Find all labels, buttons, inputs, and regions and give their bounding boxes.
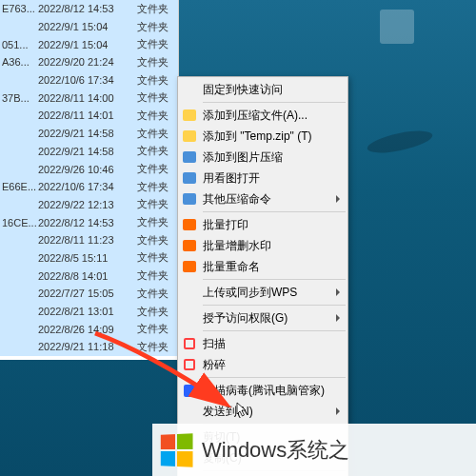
- file-date: 2022/10/6 17:34: [36, 181, 135, 192]
- file-date: 2022/8/26 14:09: [36, 324, 135, 335]
- menu-separator: [203, 279, 346, 280]
- menu-item[interactable]: 批量增删水印: [178, 235, 347, 256]
- file-date: 2022/8/11 14:01: [36, 109, 135, 121]
- file-type: 文件夹: [135, 268, 178, 283]
- file-date: 2022/9/1 15:04: [36, 21, 135, 32]
- file-row[interactable]: 2022/9/21 14:58文件夹: [0, 125, 178, 143]
- file-type: 文件夹: [135, 358, 178, 360]
- menu-item-label: 添加到压缩文件(A)...: [203, 108, 307, 124]
- menu-item[interactable]: 扫描: [178, 333, 347, 354]
- menu-separator: [203, 330, 346, 331]
- file-row[interactable]: 2022/9/26 10:46文件夹: [0, 160, 178, 178]
- desktop-icon[interactable]: [376, 10, 418, 47]
- file-type: 文件夹: [135, 322, 178, 336]
- blue-icon: [180, 191, 199, 207]
- menu-separator: [203, 102, 346, 103]
- menu-item[interactable]: 固定到快速访问: [178, 79, 347, 100]
- red-icon: [180, 357, 199, 372]
- file-name: A36...: [0, 56, 36, 68]
- file-date: 2022/8/11 11:23: [36, 234, 135, 246]
- menu-item-label: 固定到快速访问: [203, 82, 283, 98]
- yellow-icon: [180, 129, 199, 144]
- windows-logo-icon: [161, 433, 193, 466]
- file-type: 文件夹: [135, 287, 178, 301]
- menu-item-label: 批量打印: [203, 217, 248, 233]
- file-row[interactable]: 37B...2022/8/11 14:00文件夹: [0, 89, 178, 107]
- file-date: 2022/9/20 21:24: [36, 56, 135, 68]
- file-row[interactable]: 2022/8/11 11:23文件夹: [0, 231, 178, 249]
- file-date: 2022/8/12 14:53: [36, 3, 135, 14]
- file-row[interactable]: A36...2022/9/20 21:24文件夹: [0, 53, 178, 71]
- file-list-pane: E763...2022/8/12 14:53文件夹2022/9/1 15:04文…: [0, 0, 179, 360]
- menu-item[interactable]: 批量重命名: [178, 256, 347, 277]
- file-date: 2022/8/8 14:01: [36, 270, 135, 282]
- file-row[interactable]: 2022/8/22 11:50文件夹: [0, 356, 178, 360]
- file-row[interactable]: 16CE...2022/8/12 14:53文件夹: [0, 213, 178, 231]
- file-date: 2022/9/21 11:18: [36, 341, 135, 352]
- file-type: 文件夹: [135, 197, 178, 211]
- file-date: 2022/9/26 10:46: [36, 164, 135, 175]
- orange-icon: [180, 217, 199, 232]
- menu-item-label: 扫描病毒(腾讯电脑管家): [203, 383, 325, 399]
- file-date: 2022/8/11 14:00: [36, 92, 135, 104]
- file-type: 文件夹: [135, 144, 178, 158]
- menu-item[interactable]: 批量打印: [178, 214, 347, 235]
- menu-item-label: 添加到图片压缩: [203, 149, 283, 166]
- file-date: 2022/9/22 12:13: [36, 199, 135, 210]
- menu-item[interactable]: 粉碎: [178, 354, 347, 375]
- menu-item-label: 扫描: [203, 336, 226, 352]
- file-type: 文件夹: [135, 250, 178, 265]
- file-row[interactable]: 2022/8/8 14:01文件夹: [0, 267, 178, 285]
- menu-separator: [203, 211, 346, 212]
- menu-item[interactable]: 其他压缩命令: [178, 188, 347, 209]
- file-type: 文件夹: [135, 37, 178, 51]
- file-row[interactable]: 2022/8/21 13:01文件夹: [0, 303, 178, 321]
- file-row[interactable]: 2022/8/26 14:09文件夹: [0, 320, 178, 338]
- file-row[interactable]: 2022/8/5 15:11文件夹: [0, 249, 178, 268]
- menu-item[interactable]: 添加到 "Temp.zip" (T): [178, 126, 347, 147]
- file-type: 文件夹: [135, 340, 178, 354]
- file-type: 文件夹: [135, 127, 178, 141]
- file-row[interactable]: 2022/8/11 14:01文件夹: [0, 107, 178, 125]
- file-date: 2022/7/27 15:05: [36, 288, 135, 299]
- file-type: 文件夹: [135, 162, 178, 176]
- file-type: 文件夹: [135, 215, 178, 229]
- menu-item-label: 粉碎: [203, 357, 226, 373]
- file-type: 文件夹: [135, 233, 178, 248]
- menu-item[interactable]: 授予访问权限(G): [178, 307, 347, 328]
- menu-item-label: 其他压缩命令: [203, 191, 271, 208]
- blue-icon: [180, 170, 199, 186]
- file-row[interactable]: 2022/7/27 15:05文件夹: [0, 285, 178, 303]
- menu-item[interactable]: 用看图打开: [178, 168, 347, 188]
- menu-item[interactable]: 添加到压缩文件(A)...: [178, 105, 347, 126]
- file-row[interactable]: E763...2022/8/12 14:53文件夹: [0, 0, 178, 18]
- file-row[interactable]: 2022/9/1 15:04文件夹: [0, 18, 178, 36]
- file-name: 37B...: [0, 92, 36, 104]
- file-type: 文件夹: [135, 2, 178, 16]
- menu-separator: [203, 305, 346, 306]
- file-row[interactable]: E66E...2022/10/6 17:34文件夹: [0, 178, 178, 196]
- menu-item[interactable]: 上传或同步到WPS: [178, 282, 347, 303]
- menu-item[interactable]: 发送到(N): [178, 401, 347, 422]
- menu-item[interactable]: 添加到图片压缩: [178, 147, 347, 168]
- file-name: E763...: [0, 3, 36, 14]
- file-row[interactable]: 051...2022/9/1 15:04文件夹: [0, 35, 178, 53]
- orange-icon: [180, 259, 199, 274]
- file-row[interactable]: 2022/10/6 17:34文件夹: [0, 71, 178, 89]
- file-type: 文件夹: [135, 90, 178, 105]
- yellow-icon: [180, 108, 199, 123]
- file-name: 051...: [0, 39, 36, 50]
- orange-icon: [180, 238, 199, 253]
- file-date: 2022/8/21 13:01: [36, 306, 135, 317]
- file-row[interactable]: 2022/9/22 12:13文件夹: [0, 196, 178, 214]
- file-row[interactable]: 2022/9/21 11:18文件夹: [0, 338, 178, 356]
- file-name: 16CE...: [0, 217, 36, 228]
- menu-item[interactable]: 扫描病毒(腾讯电脑管家): [178, 380, 347, 401]
- context-menu: 固定到快速访问添加到压缩文件(A)...添加到 "Temp.zip" (T)添加…: [177, 76, 348, 476]
- mouse-cursor-icon: [236, 402, 249, 419]
- file-row[interactable]: 2022/9/21 14:58文件夹: [0, 143, 178, 161]
- blue-icon: [180, 149, 199, 165]
- file-date: 2022/9/21 14:58: [36, 146, 135, 157]
- file-date: 2022/9/21 14:58: [36, 128, 135, 139]
- watermark-banner: Windows系统之: [152, 424, 476, 476]
